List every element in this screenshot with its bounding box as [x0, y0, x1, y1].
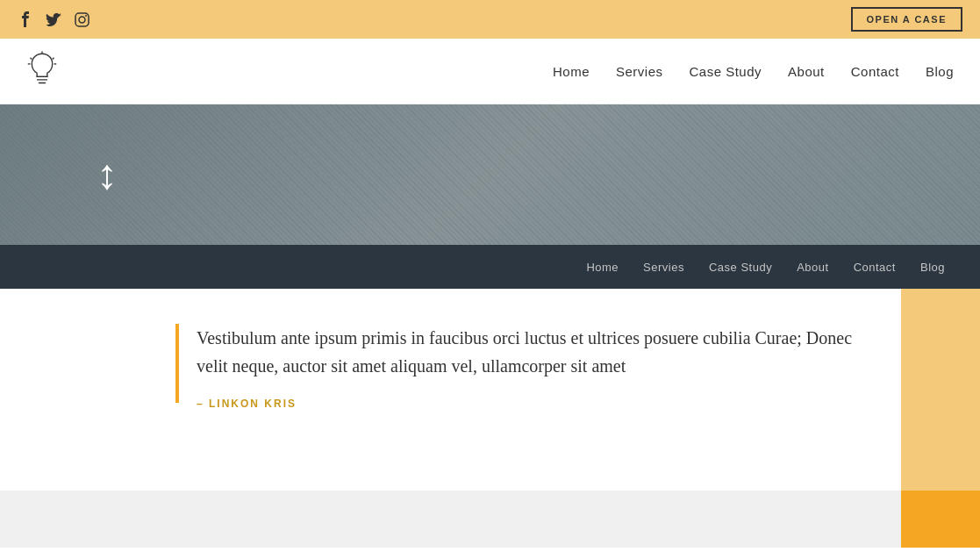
svg-point-1: [79, 17, 85, 23]
svg-point-2: [85, 15, 87, 17]
main-navigation: Home Servies Case Study About Contact Bl…: [553, 64, 954, 79]
sec-nav-contact[interactable]: Contact: [854, 261, 896, 274]
open-case-button[interactable]: OPEN A CASE: [851, 7, 962, 32]
instagram-icon[interactable]: [74, 11, 89, 27]
svg-line-5: [53, 58, 54, 60]
quote-text: Vestibulum ante ipsum primis in faucibus…: [197, 324, 866, 380]
quote-text-area: Vestibulum ante ipsum primis in faucibus…: [197, 324, 866, 410]
sec-nav-servies[interactable]: Servies: [643, 261, 684, 274]
logo-icon: [26, 51, 58, 91]
secondary-navigation: Home Servies Case Study About Contact Bl…: [0, 245, 980, 289]
resize-icon[interactable]: ↕: [97, 154, 118, 196]
sec-nav-case-study[interactable]: Case Study: [709, 261, 772, 274]
sec-nav-home[interactable]: Home: [586, 261, 619, 274]
quote-author: – LINKON KRIS: [197, 398, 866, 410]
logo-area: [26, 51, 272, 91]
footer-section: [0, 491, 980, 548]
nav-bar: Home Servies Case Study About Contact Bl…: [0, 39, 980, 104]
quote-border-accent: [175, 324, 179, 403]
social-icons: [18, 11, 89, 27]
sec-nav-blog[interactable]: Blog: [920, 261, 945, 274]
top-bar: OPEN A CASE: [0, 0, 980, 39]
nav-contact[interactable]: Contact: [851, 64, 899, 79]
sec-nav-about[interactable]: About: [797, 261, 828, 274]
facebook-icon[interactable]: [18, 11, 33, 27]
hero-section: ↕: [0, 104, 980, 245]
content-main: Vestibulum ante ipsum primis in faucibus…: [0, 289, 901, 491]
nav-about[interactable]: About: [788, 64, 825, 79]
twitter-icon[interactable]: [46, 11, 61, 27]
svg-rect-0: [75, 13, 89, 26]
right-accent-bottom: [901, 491, 980, 548]
hero-overlay: [0, 104, 980, 245]
svg-line-4: [31, 58, 32, 60]
quote-block: Vestibulum ante ipsum primis in faucibus…: [175, 324, 866, 410]
nav-servies[interactable]: Servies: [616, 64, 663, 79]
right-accent-top: [901, 289, 980, 491]
nav-blog[interactable]: Blog: [926, 64, 954, 79]
content-section: Vestibulum ante ipsum primis in faucibus…: [0, 289, 980, 491]
nav-case-study[interactable]: Case Study: [690, 64, 762, 79]
nav-home[interactable]: Home: [553, 64, 590, 79]
